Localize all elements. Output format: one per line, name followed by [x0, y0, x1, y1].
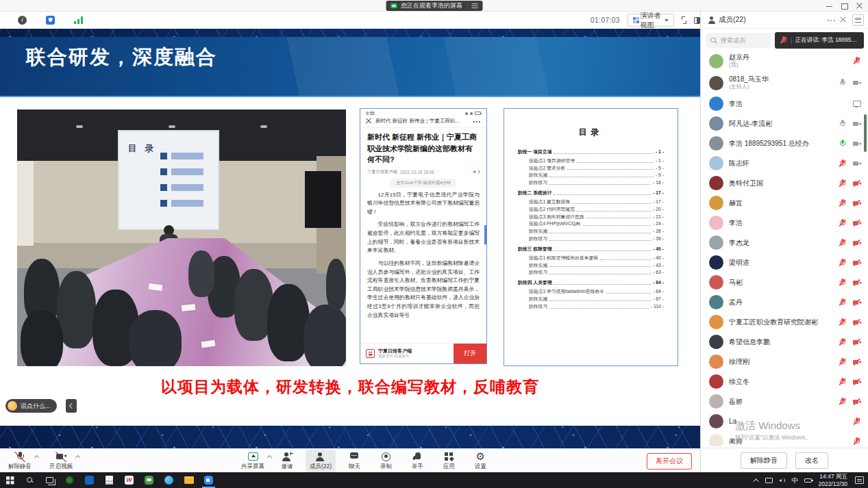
rename-button[interactable]: 改名 — [795, 452, 828, 469]
chat-quick-input[interactable]: 说点什么... — [5, 399, 57, 413]
meeting-toolbar-button[interactable]: 聊天 — [341, 450, 367, 472]
more-icon[interactable] — [828, 19, 836, 21]
member-row[interactable]: 徐理刚 — [701, 352, 868, 372]
avatar — [709, 434, 723, 446]
divider — [467, 3, 467, 9]
camera-status-icon — [852, 238, 861, 247]
member-row[interactable]: 李浩 — [701, 94, 868, 114]
article-paragraph: 受疫情影响，双方合作进行的教材编写工作被迫暂停，此次相约见面，双方将敲定更多编写… — [367, 220, 480, 255]
input-method-indicator[interactable]: 中 — [791, 476, 798, 485]
app-icon-2[interactable] — [79, 472, 99, 488]
info-icon[interactable] — [18, 16, 27, 25]
network-signal-icon[interactable] — [74, 16, 84, 24]
panel-menu-button[interactable] — [852, 14, 864, 26]
meeting-toolbar-button[interactable]: 邀请 — [274, 450, 300, 472]
member-name: 陈志怀 — [729, 159, 749, 168]
member-row[interactable]: La — [701, 411, 868, 431]
member-name: 希望信息李鹏 — [729, 338, 770, 346]
mic-status-icon — [838, 79, 847, 88]
side-panel-toggle-icon[interactable] — [694, 17, 700, 24]
members-sidebar: 成员(22) 正在讲话: 李浩 18895293951… — [700, 12, 868, 472]
wps-icon[interactable] — [119, 472, 139, 488]
toc-dot-leader — [549, 177, 654, 177]
tray-expand-icon[interactable] — [754, 478, 759, 484]
sidebar-header: 成员(22) — [701, 12, 868, 29]
meeting-toolbar-button[interactable]: 成员(22) — [306, 450, 336, 472]
member-row[interactable]: 阿凡达-李流彬 — [701, 114, 868, 133]
member-row[interactable]: 陈志怀 — [701, 153, 868, 173]
toc-row: 阶段实施 - 9 - — [518, 172, 664, 179]
toc-row: 技能点4 PHP的MVC结构 - 24 - — [518, 221, 664, 227]
task-view-icon[interactable] — [40, 472, 60, 488]
member-row[interactable]: 宁夏工匠职业教育研究院谢彬 — [701, 312, 868, 332]
taskbar-clock[interactable]: 14:47 周五 2022/12/30 — [818, 473, 847, 487]
start-icon[interactable] — [0, 472, 20, 488]
scrollbar-thumb[interactable] — [864, 114, 867, 152]
member-row[interactable]: 马彬 — [701, 272, 868, 292]
meeting-toolbar-button[interactable]: 录制 — [373, 450, 399, 472]
member-text: 李杰龙 — [729, 239, 749, 247]
camera-status-icon — [852, 159, 861, 168]
document-app-icon[interactable] — [99, 472, 119, 488]
security-shield-icon[interactable] — [46, 16, 55, 25]
app-icon-1[interactable] — [60, 472, 79, 488]
meeting-toolbar-button[interactable]: 开启视频 — [45, 450, 77, 472]
search-icon — [710, 38, 717, 44]
action-center-icon[interactable] — [855, 476, 864, 484]
avatar — [709, 156, 723, 170]
member-row[interactable]: 李浩 18895293951 总经办 — [701, 133, 868, 153]
display-tray-icon[interactable] — [765, 478, 773, 483]
toc-dot-leader — [586, 218, 651, 218]
meeting-toolbar-button[interactable]: 设置 — [467, 450, 493, 472]
chevron-up-icon[interactable] — [34, 455, 39, 460]
footer-source-slogan: 最新资讯 权威发布 — [378, 354, 412, 359]
meeting-toolbar-button[interactable]: 共享屏幕 — [237, 450, 269, 472]
chat-app-icon[interactable] — [139, 472, 159, 488]
toc-dot-leader — [554, 284, 651, 285]
volume-icon[interactable] — [779, 478, 785, 483]
close-icon[interactable] — [856, 3, 863, 9]
member-name: 奥特付卫国 — [729, 179, 763, 188]
close-icon[interactable] — [840, 17, 846, 23]
member-row[interactable]: 奥特付卫国 — [701, 173, 868, 193]
view-mode-button[interactable]: 演讲者视图 — [628, 14, 674, 27]
chat-collapse-button[interactable] — [66, 399, 77, 413]
member-row[interactable]: 0818_马玉华 (主持人) — [701, 72, 868, 94]
maximize-icon[interactable] — [841, 3, 847, 9]
member-row[interactable]: 徐立冬 — [701, 372, 868, 391]
chevron-up-icon[interactable] — [267, 455, 272, 460]
minimize-icon[interactable] — [826, 3, 832, 9]
member-row[interactable]: 李杰龙 — [701, 233, 868, 253]
member-row[interactable]: 赵京丹 (我) — [701, 50, 868, 72]
member-row[interactable]: 希望信息李鹏 — [701, 332, 868, 352]
search-box[interactable] — [706, 33, 771, 48]
member-row[interactable]: 蔺帅 — [701, 431, 868, 446]
camera-status-icon — [852, 318, 861, 326]
folder-icon[interactable] — [179, 472, 199, 488]
search-input[interactable] — [719, 36, 767, 44]
meeting-toolbar-button[interactable]: 解除静音 — [4, 450, 36, 472]
chevron-down-icon — [665, 19, 669, 22]
toolbar-button-label: 举手 — [412, 463, 423, 471]
toolbar-button-label: 邀请 — [282, 463, 293, 471]
member-row[interactable]: 岳娇 — [701, 391, 868, 411]
battery-icon[interactable] — [804, 478, 812, 483]
menu-icon[interactable] — [471, 3, 478, 8]
toc-entry-label: 技能点1 权限管理模块的基本逻辑 — [529, 255, 598, 261]
browser-icon[interactable] — [159, 472, 179, 488]
article-nav-title: 新时代 新征程 新伟业｜宁夏工商职... — [375, 118, 469, 125]
chevron-up-icon[interactable] — [75, 455, 80, 460]
unmute-button[interactable]: 解除静音 — [741, 452, 787, 469]
watching-screen-pill[interactable]: 您正在观看李浩的屏幕 — [386, 1, 482, 11]
meeting-toolbar-button[interactable]: 应用 — [436, 450, 462, 472]
article-footer-source: 宁夏日报客户端 最新资讯 权威发布 — [378, 348, 412, 359]
member-row[interactable]: 梁明道 — [701, 253, 868, 272]
member-row[interactable]: 李浩 — [701, 213, 868, 233]
member-row[interactable]: 赫宜 — [701, 193, 868, 213]
fullscreen-icon[interactable] — [682, 16, 687, 24]
search-icon[interactable] — [20, 472, 40, 488]
member-row[interactable]: 孟丹 — [701, 292, 868, 312]
leave-meeting-button[interactable]: 离开会议 — [647, 453, 692, 470]
meeting-app-icon[interactable] — [199, 472, 219, 488]
meeting-toolbar-button[interactable]: 举手 — [404, 450, 430, 472]
